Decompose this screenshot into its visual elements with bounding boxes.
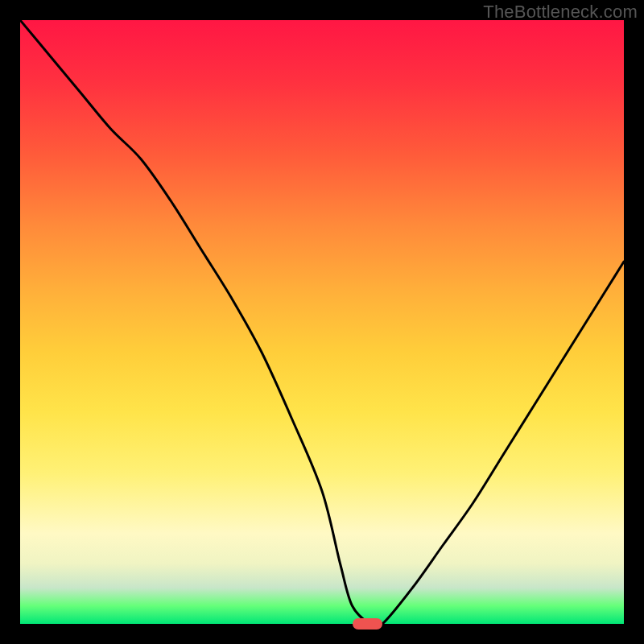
optimal-marker (353, 618, 383, 630)
bottleneck-curve (20, 20, 624, 624)
watermark-text: TheBottleneck.com (483, 2, 638, 23)
chart-frame (20, 20, 624, 624)
curve-svg (20, 20, 624, 624)
plot-area (20, 20, 624, 624)
